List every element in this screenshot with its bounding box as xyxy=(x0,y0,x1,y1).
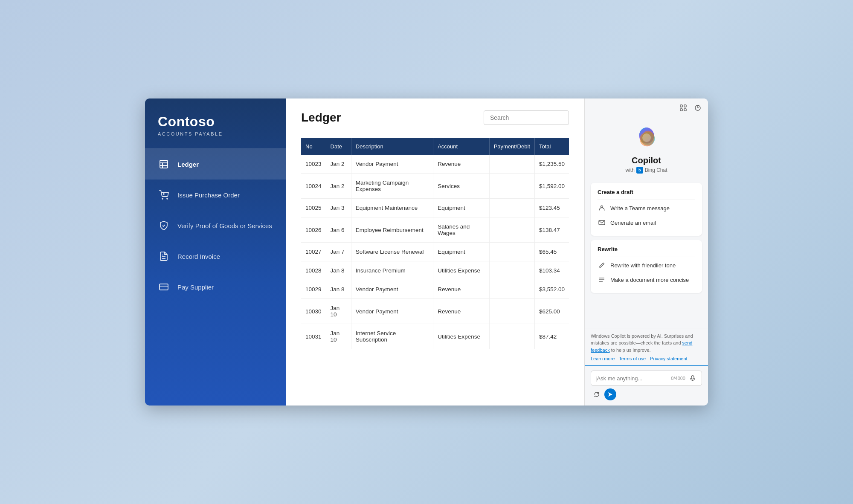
sidebar-item-ledger-label: Ledger xyxy=(177,161,199,168)
sidebar-nav: Ledger Issue Purchase Order Verify Proof… xyxy=(145,149,286,406)
sidebar-item-pay-supplier[interactable]: Pay Supplier xyxy=(145,272,286,302)
copilot-subtitle: with b Bing Chat xyxy=(625,167,667,174)
cell-payment_debit xyxy=(489,261,534,280)
cell-no: 10029 xyxy=(301,280,326,299)
table-row[interactable]: 10027Jan 7Software License RenewalEquipm… xyxy=(301,243,569,261)
cell-no: 10025 xyxy=(301,199,326,217)
cell-no: 10028 xyxy=(301,261,326,280)
svg-rect-8 xyxy=(160,284,168,290)
terms-link[interactable]: Terms of use xyxy=(619,356,646,361)
copilot-header: Copilot with b Bing Chat xyxy=(585,117,708,180)
cell-payment_debit xyxy=(489,324,534,349)
sidebar-item-record-invoice[interactable]: Record Invoice xyxy=(145,241,286,272)
table-row[interactable]: 10023Jan 2Vendor PaymentRevenue$1,235.50 xyxy=(301,155,569,174)
cell-total: $3,552.00 xyxy=(534,280,569,299)
cell-account: Equipment xyxy=(433,199,490,217)
learn-more-link[interactable]: Learn more xyxy=(591,356,615,361)
create-draft-title: Create a draft xyxy=(598,189,695,195)
main-content: Ledger No Date Description Account Payme… xyxy=(286,98,584,406)
col-no: No xyxy=(301,138,326,155)
char-count: 0/4000 xyxy=(671,376,685,381)
send-feedback-link[interactable]: send feedback xyxy=(591,340,692,353)
generate-email-label: Generate an email xyxy=(610,220,656,226)
table-row[interactable]: 10029Jan 8Vendor PaymentRevenue$3,552.00 xyxy=(301,280,569,299)
cell-no: 10027 xyxy=(301,243,326,261)
main-title-row: Ledger xyxy=(301,110,569,125)
cell-date: Jan 7 xyxy=(326,243,351,261)
cell-description: Software License Renewal xyxy=(351,243,433,261)
teams-message-label: Write a Teams message xyxy=(610,205,670,211)
cell-description: Internet Service Subscription xyxy=(351,324,433,349)
sidebar-subtitle: ACCOUNTS PAYABLE xyxy=(158,131,273,136)
copilot-input-area: 0/4000 xyxy=(585,365,708,406)
pay-icon xyxy=(158,281,170,293)
teams-message-action[interactable]: Write a Teams message xyxy=(598,201,695,215)
table-row[interactable]: 10030Jan 10Vendor PaymentRevenue$625.00 xyxy=(301,299,569,324)
cell-account: Utilities Expense xyxy=(433,324,490,349)
table-row[interactable]: 10031Jan 10Internet Service Subscription… xyxy=(301,324,569,349)
create-draft-card: Create a draft Write a Teams message Gen… xyxy=(591,183,702,236)
table-row[interactable]: 10025Jan 3Equipment MaintenanceEquipment… xyxy=(301,199,569,217)
table-header-row: No Date Description Account Payment/Debi… xyxy=(301,138,569,155)
cell-account: Revenue xyxy=(433,280,490,299)
sidebar-header: Contoso ACCOUNTS PAYABLE xyxy=(145,98,286,149)
cell-total: $87.42 xyxy=(534,324,569,349)
svg-rect-21 xyxy=(691,376,694,379)
col-account: Account xyxy=(433,138,490,155)
cell-date: Jan 8 xyxy=(326,261,351,280)
send-button[interactable] xyxy=(604,388,616,400)
cell-payment_debit xyxy=(489,174,534,199)
sidebar-item-ledger[interactable]: Ledger xyxy=(145,149,286,180)
cart-icon xyxy=(158,189,170,201)
cell-total: $103.34 xyxy=(534,261,569,280)
friendlier-tone-action[interactable]: Rewrite with friendlier tone xyxy=(598,258,695,272)
cell-account: Salaries and Wages xyxy=(433,217,490,243)
cell-description: Employee Reimbursement xyxy=(351,217,433,243)
lines-icon xyxy=(598,275,606,284)
search-input[interactable] xyxy=(484,110,569,125)
card-divider xyxy=(598,200,695,200)
cell-total: $65.45 xyxy=(534,243,569,261)
cell-payment_debit xyxy=(489,199,534,217)
pencil-icon xyxy=(598,261,606,269)
svg-rect-10 xyxy=(680,105,682,107)
cell-account: Equipment xyxy=(433,243,490,261)
cell-no: 10031 xyxy=(301,324,326,349)
footer-disclaimer: Windows Copilot is powered by AI. Surpri… xyxy=(591,333,702,354)
history-icon[interactable] xyxy=(692,102,704,114)
copilot-title: Copilot xyxy=(632,156,661,165)
cell-description: Equipment Maintenance xyxy=(351,199,433,217)
privacy-link[interactable]: Privacy statement xyxy=(650,356,687,361)
sidebar-item-purchase-label: Issue Purchase Order xyxy=(177,191,240,199)
table-row[interactable]: 10024Jan 2Marketing Campaign ExpensesSer… xyxy=(301,174,569,199)
copilot-body: Create a draft Write a Teams message Gen… xyxy=(585,180,708,328)
svg-rect-0 xyxy=(160,160,168,168)
cell-total: $625.00 xyxy=(534,299,569,324)
ledger-table: No Date Description Account Payment/Debi… xyxy=(301,138,569,349)
invoice-icon xyxy=(158,250,170,262)
cell-payment_debit xyxy=(489,299,534,324)
cell-description: Vendor Payment xyxy=(351,280,433,299)
col-total: Total xyxy=(534,138,569,155)
svg-point-4 xyxy=(162,198,163,199)
more-concise-action[interactable]: Make a document more concise xyxy=(598,272,695,287)
col-payment-debit: Payment/Debit xyxy=(489,138,534,155)
cell-payment_debit xyxy=(489,243,534,261)
mic-icon[interactable] xyxy=(688,374,697,383)
cell-total: $1,592.00 xyxy=(534,174,569,199)
table-row[interactable]: 10026Jan 6Employee ReimbursementSalaries… xyxy=(301,217,569,243)
cell-account: Revenue xyxy=(433,299,490,324)
generate-email-action[interactable]: Generate an email xyxy=(598,215,695,230)
cell-date: Jan 10 xyxy=(326,299,351,324)
sidebar-item-verify-proof[interactable]: Verify Proof of Goods or Services xyxy=(145,210,286,241)
refresh-tool-button[interactable] xyxy=(591,388,603,400)
ask-input[interactable] xyxy=(595,375,668,382)
cell-date: Jan 3 xyxy=(326,199,351,217)
cell-account: Services xyxy=(433,174,490,199)
cell-date: Jan 2 xyxy=(326,155,351,174)
bing-icon: b xyxy=(636,167,643,174)
table-row[interactable]: 10028Jan 8Insurance PremiumUtilities Exp… xyxy=(301,261,569,280)
table-body: 10023Jan 2Vendor PaymentRevenue$1,235.50… xyxy=(301,155,569,349)
sidebar-item-purchase-order[interactable]: Issue Purchase Order xyxy=(145,180,286,210)
grid-icon[interactable] xyxy=(677,102,689,114)
